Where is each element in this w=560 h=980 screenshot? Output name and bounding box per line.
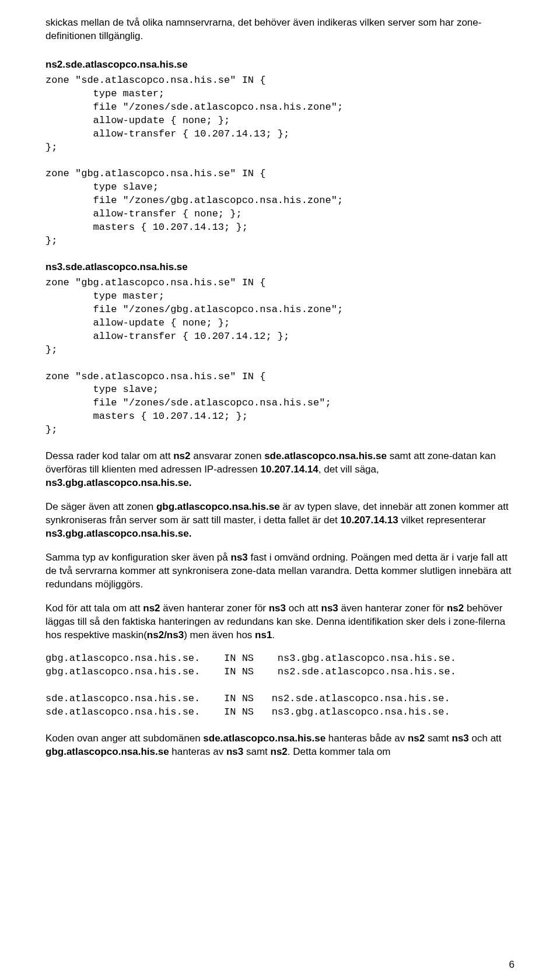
text-bold: 10.207.14.14 (261, 464, 318, 475)
text: . (272, 629, 275, 640)
text: . Detta kommer tala om (288, 746, 391, 757)
text: De säger även att zonen (46, 501, 156, 512)
text: och att (286, 603, 321, 614)
text: hanteras av (169, 746, 226, 757)
code-block-ns3: zone "gbg.atlascopco.nsa.his.se" IN { ty… (46, 276, 514, 437)
text: Dessa rader kod talar om att (46, 450, 173, 461)
paragraph-3: De säger även att zonen gbg.atlascopco.n… (46, 501, 514, 541)
heading-ns3: ns3.sde.atlascopco.nsa.his.se (46, 261, 514, 274)
paragraph-2: Dessa rader kod talar om att ns2 ansvara… (46, 450, 514, 490)
text-bold: ns1 (255, 629, 272, 640)
page-number: 6 (509, 959, 514, 971)
code-block-ns-records: gbg.atlascopco.nsa.his.se. IN NS ns3.gbg… (46, 652, 514, 719)
paragraph-4: Samma typ av konfiguration sker även på … (46, 551, 514, 592)
text-bold: ns2 (408, 733, 425, 744)
text: ) men även hos (184, 629, 255, 640)
text-bold: gbg.atlascopco.nsa.his.se (156, 501, 280, 512)
text-bold: ns2 (143, 603, 160, 614)
text-bold: sde.atlascopco.nsa.his.se (203, 733, 326, 744)
text-bold: ns2 (447, 603, 464, 614)
text: samt (425, 733, 452, 744)
text: Samma typ av konfiguration sker även på (46, 552, 231, 563)
code-block-ns2: zone "sde.atlascopco.nsa.his.se" IN { ty… (46, 74, 514, 248)
paragraph-intro: skickas mellan de två olika namnservrarn… (46, 16, 514, 43)
text-bold: ns3.gbg.atlascopco.nsa.his.se. (46, 528, 191, 539)
text-bold: ns2/ns3 (147, 629, 184, 640)
heading-ns2: ns2.sde.atlascopco.nsa.his.se (46, 58, 514, 72)
text: och att (469, 733, 502, 744)
text-bold: ns3 (452, 733, 469, 744)
text-bold: ns3 (231, 552, 248, 563)
text-bold: 10.207.14.13 (340, 514, 398, 526)
text-bold: ns3.gbg.atlascopco.nsa.his.se. (46, 477, 191, 488)
paragraph-5: Kod för att tala om att ns2 även hantera… (46, 602, 514, 642)
paragraph-6: Koden ovan anger att subdomänen sde.atla… (46, 732, 514, 759)
page: skickas mellan de två olika namnservrarn… (0, 0, 560, 980)
text: hanteras både av (326, 733, 408, 744)
text: vilket representerar (398, 514, 486, 526)
text-bold: sde.atlascopco.nsa.his.se (264, 450, 387, 461)
text: Koden ovan anger att subdomänen (46, 733, 203, 744)
text: , det vill säga, (318, 464, 379, 475)
text: även hanterar zoner för (338, 603, 447, 614)
text: ansvarar zonen (191, 450, 265, 461)
text: samt (243, 746, 270, 757)
text-bold: ns3 (321, 603, 338, 614)
text: även hanterar zoner för (160, 603, 269, 614)
text-bold: ns3 (269, 603, 286, 614)
text-bold: gbg.atlascopco.nsa.his.se (46, 746, 169, 757)
text: Kod för att tala om att (46, 603, 143, 614)
text-bold: ns3 (226, 746, 243, 757)
text-bold: ns2 (173, 450, 190, 461)
text-bold: ns2 (271, 746, 288, 757)
